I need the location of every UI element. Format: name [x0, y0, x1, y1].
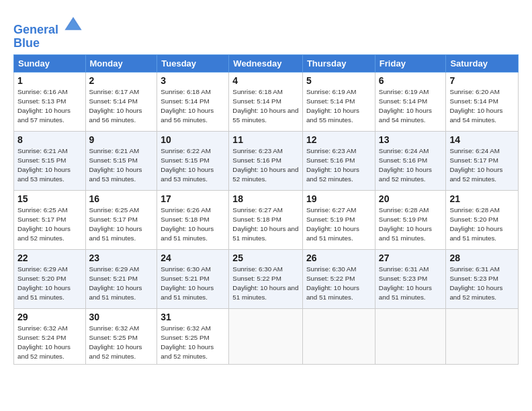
- day-number: 24: [161, 253, 225, 263]
- day-number: 5: [306, 75, 371, 86]
- calendar-cell: 27 Sunrise: 6:31 AM Sunset: 5:23 PM Dayl…: [375, 249, 446, 308]
- calendar-cell: 25 Sunrise: 6:30 AM Sunset: 5:22 PM Dayl…: [229, 249, 303, 308]
- calendar-cell: 30 Sunrise: 6:32 AM Sunset: 5:25 PM Dayl…: [85, 308, 157, 365]
- day-info: Sunrise: 6:28 AM Sunset: 5:19 PM Dayligh…: [379, 205, 443, 244]
- day-info: Sunrise: 6:19 AM Sunset: 5:14 PM Dayligh…: [306, 87, 371, 126]
- day-info: Sunrise: 6:17 AM Sunset: 5:14 PM Dayligh…: [89, 87, 154, 126]
- calendar-cell: 29 Sunrise: 6:32 AM Sunset: 5:24 PM Dayl…: [14, 308, 86, 365]
- day-number: 27: [379, 253, 443, 263]
- calendar-week-row: 22 Sunrise: 6:29 AM Sunset: 5:20 PM Dayl…: [14, 249, 519, 308]
- day-info: Sunrise: 6:23 AM Sunset: 5:16 PM Dayligh…: [232, 146, 299, 185]
- calendar-cell: 21 Sunrise: 6:28 AM Sunset: 5:20 PM Dayl…: [446, 190, 519, 249]
- day-number: 26: [306, 253, 371, 263]
- day-number: 7: [449, 75, 515, 86]
- day-number: 12: [306, 134, 371, 145]
- day-info: Sunrise: 6:30 AM Sunset: 5:21 PM Dayligh…: [161, 265, 225, 303]
- logo-icon: [64, 15, 83, 34]
- day-info: Sunrise: 6:26 AM Sunset: 5:18 PM Dayligh…: [161, 205, 225, 244]
- day-info: Sunrise: 6:25 AM Sunset: 5:17 PM Dayligh…: [17, 205, 82, 244]
- calendar-cell: 28 Sunrise: 6:31 AM Sunset: 5:23 PM Dayl…: [446, 249, 519, 308]
- day-info: Sunrise: 6:23 AM Sunset: 5:16 PM Dayligh…: [306, 146, 371, 185]
- calendar-cell: 16 Sunrise: 6:25 AM Sunset: 5:17 PM Dayl…: [85, 190, 157, 249]
- day-info: Sunrise: 6:30 AM Sunset: 5:22 PM Dayligh…: [306, 265, 371, 303]
- day-number: 15: [17, 193, 82, 204]
- day-number: 4: [232, 75, 299, 86]
- logo-blue-text: Blue: [13, 37, 83, 50]
- day-number: 1: [17, 75, 82, 86]
- day-number: 14: [449, 134, 515, 145]
- calendar-cell: 13 Sunrise: 6:24 AM Sunset: 5:16 PM Dayl…: [375, 131, 446, 190]
- day-number: 3: [161, 75, 225, 86]
- day-info: Sunrise: 6:27 AM Sunset: 5:18 PM Dayligh…: [232, 205, 299, 244]
- day-info: Sunrise: 6:24 AM Sunset: 5:16 PM Dayligh…: [379, 146, 443, 185]
- weekday-header: Monday: [85, 54, 157, 72]
- day-info: Sunrise: 6:32 AM Sunset: 5:24 PM Dayligh…: [17, 324, 82, 362]
- calendar-table: SundayMondayTuesdayWednesdayThursdayFrid…: [13, 54, 519, 365]
- day-number: 10: [161, 134, 225, 145]
- calendar-cell: 15 Sunrise: 6:25 AM Sunset: 5:17 PM Dayl…: [14, 190, 86, 249]
- day-info: Sunrise: 6:31 AM Sunset: 5:23 PM Dayligh…: [379, 265, 443, 303]
- header: General Blue: [13, 12, 519, 50]
- page-container: General Blue SundayMondayTuesdayWednesda…: [0, 0, 532, 371]
- day-info: Sunrise: 6:31 AM Sunset: 5:23 PM Dayligh…: [449, 265, 515, 303]
- day-info: Sunrise: 6:29 AM Sunset: 5:21 PM Dayligh…: [89, 265, 154, 303]
- day-number: 8: [17, 134, 82, 145]
- day-info: Sunrise: 6:29 AM Sunset: 5:20 PM Dayligh…: [17, 265, 82, 303]
- logo: General Blue: [13, 15, 83, 50]
- calendar-cell: 23 Sunrise: 6:29 AM Sunset: 5:21 PM Dayl…: [85, 249, 157, 308]
- day-number: 25: [232, 253, 299, 263]
- calendar-cell: 24 Sunrise: 6:30 AM Sunset: 5:21 PM Dayl…: [157, 249, 229, 308]
- calendar-cell: [302, 308, 375, 365]
- day-info: Sunrise: 6:20 AM Sunset: 5:14 PM Dayligh…: [449, 87, 515, 126]
- calendar-cell: 5 Sunrise: 6:19 AM Sunset: 5:14 PM Dayli…: [302, 72, 375, 131]
- day-number: 19: [306, 193, 371, 204]
- calendar-cell: [446, 308, 519, 365]
- calendar-cell: 7 Sunrise: 6:20 AM Sunset: 5:14 PM Dayli…: [446, 72, 519, 131]
- day-number: 30: [89, 312, 154, 322]
- calendar-cell: 19 Sunrise: 6:27 AM Sunset: 5:19 PM Dayl…: [302, 190, 375, 249]
- calendar-cell: 4 Sunrise: 6:18 AM Sunset: 5:14 PM Dayli…: [229, 72, 303, 131]
- calendar-cell: 10 Sunrise: 6:22 AM Sunset: 5:15 PM Dayl…: [157, 131, 229, 190]
- calendar-cell: 26 Sunrise: 6:30 AM Sunset: 5:22 PM Dayl…: [302, 249, 375, 308]
- calendar-cell: [229, 308, 303, 365]
- day-number: 13: [379, 134, 443, 145]
- calendar-cell: 14 Sunrise: 6:24 AM Sunset: 5:17 PM Dayl…: [446, 131, 519, 190]
- calendar-cell: 8 Sunrise: 6:21 AM Sunset: 5:15 PM Dayli…: [14, 131, 86, 190]
- day-info: Sunrise: 6:25 AM Sunset: 5:17 PM Dayligh…: [89, 205, 154, 244]
- day-number: 2: [89, 75, 154, 86]
- weekday-header: Sunday: [14, 54, 86, 72]
- calendar-week-row: 8 Sunrise: 6:21 AM Sunset: 5:15 PM Dayli…: [14, 131, 519, 190]
- calendar-cell: 22 Sunrise: 6:29 AM Sunset: 5:20 PM Dayl…: [14, 249, 86, 308]
- day-info: Sunrise: 6:18 AM Sunset: 5:14 PM Dayligh…: [161, 87, 225, 126]
- day-info: Sunrise: 6:16 AM Sunset: 5:13 PM Dayligh…: [17, 87, 82, 126]
- calendar-header-row: SundayMondayTuesdayWednesdayThursdayFrid…: [14, 54, 519, 72]
- day-number: 20: [379, 193, 443, 204]
- day-number: 16: [89, 193, 154, 204]
- day-info: Sunrise: 6:32 AM Sunset: 5:25 PM Dayligh…: [89, 324, 154, 362]
- calendar-cell: 1 Sunrise: 6:16 AM Sunset: 5:13 PM Dayli…: [14, 72, 86, 131]
- logo-text: General: [13, 15, 83, 37]
- day-number: 23: [89, 253, 154, 263]
- day-info: Sunrise: 6:21 AM Sunset: 5:15 PM Dayligh…: [17, 146, 82, 185]
- day-info: Sunrise: 6:21 AM Sunset: 5:15 PM Dayligh…: [89, 146, 154, 185]
- day-number: 22: [17, 253, 82, 263]
- calendar-cell: 11 Sunrise: 6:23 AM Sunset: 5:16 PM Dayl…: [229, 131, 303, 190]
- day-info: Sunrise: 6:30 AM Sunset: 5:22 PM Dayligh…: [232, 265, 299, 303]
- day-number: 17: [161, 193, 225, 204]
- calendar-week-row: 29 Sunrise: 6:32 AM Sunset: 5:24 PM Dayl…: [14, 308, 519, 365]
- day-number: 6: [379, 75, 443, 86]
- calendar-cell: 9 Sunrise: 6:21 AM Sunset: 5:15 PM Dayli…: [85, 131, 157, 190]
- calendar-cell: 3 Sunrise: 6:18 AM Sunset: 5:14 PM Dayli…: [157, 72, 229, 131]
- day-number: 31: [161, 312, 225, 322]
- weekday-header: Tuesday: [157, 54, 229, 72]
- weekday-header: Thursday: [302, 54, 375, 72]
- calendar-cell: 18 Sunrise: 6:27 AM Sunset: 5:18 PM Dayl…: [229, 190, 303, 249]
- day-info: Sunrise: 6:18 AM Sunset: 5:14 PM Dayligh…: [232, 87, 299, 126]
- calendar-week-row: 1 Sunrise: 6:16 AM Sunset: 5:13 PM Dayli…: [14, 72, 519, 131]
- day-number: 11: [232, 134, 299, 145]
- calendar-cell: [375, 308, 446, 365]
- day-info: Sunrise: 6:19 AM Sunset: 5:14 PM Dayligh…: [379, 87, 443, 126]
- day-number: 21: [449, 193, 515, 204]
- weekday-header: Friday: [375, 54, 446, 72]
- calendar-cell: 17 Sunrise: 6:26 AM Sunset: 5:18 PM Dayl…: [157, 190, 229, 249]
